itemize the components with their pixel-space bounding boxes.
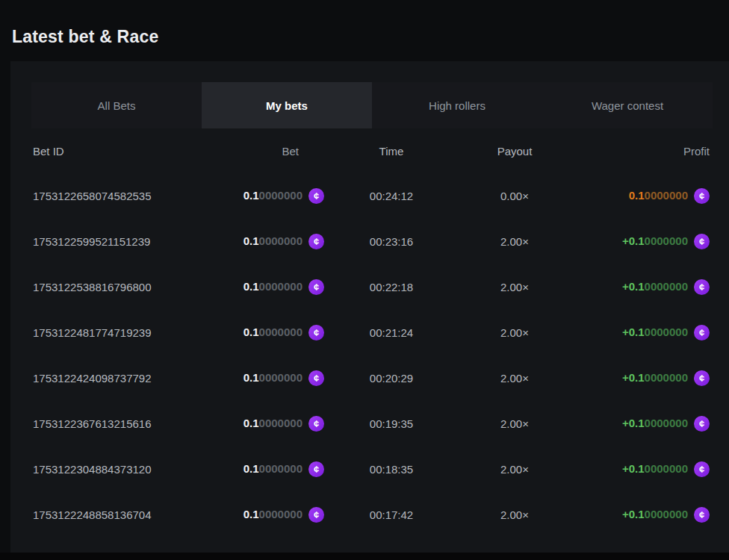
profit-amount: +0.10000000 (622, 508, 688, 520)
bet-id: 1753122367613215616 (33, 417, 205, 430)
profit-cell: +0.10000000¢ (571, 325, 710, 340)
bet-time: 00:23:16 (324, 235, 459, 248)
profit-cell: +0.10000000¢ (571, 507, 710, 523)
coin-icon: ¢ (694, 325, 710, 340)
table-row[interactable]: 1753122367613215616 0.10000000¢ 00:19:35… (10, 401, 729, 447)
bet-cell: 0.10000000¢ (205, 279, 324, 295)
profit-amount: +0.10000000 (622, 371, 688, 384)
bets-tabbar: All Bets My bets High rollers Wager cont… (31, 82, 713, 128)
bet-payout: 2.00× (459, 463, 571, 476)
bet-cell: 0.10000000¢ (205, 507, 324, 523)
coin-icon: ¢ (694, 416, 710, 432)
bet-payout: 2.00× (459, 508, 571, 521)
bet-amount: 0.10000000 (243, 462, 303, 475)
page-title: Latest bet & Race (12, 27, 158, 47)
bet-time: 00:17:42 (324, 508, 459, 521)
coin-icon: ¢ (308, 370, 324, 386)
bet-payout: 2.00× (459, 326, 571, 339)
bottom-edge (0, 553, 729, 560)
profit-cell: 0.10000000¢ (571, 188, 710, 204)
tab-label: Wager contest (592, 99, 663, 112)
bet-amount: 0.10000000 (243, 189, 303, 202)
table-header-row: Bet ID Bet Time Payout Profit (10, 128, 729, 173)
coin-icon: ¢ (308, 507, 324, 523)
coin-icon: ¢ (694, 461, 710, 477)
coin-icon: ¢ (308, 279, 324, 295)
coin-icon: ¢ (694, 507, 710, 523)
coin-icon: ¢ (694, 370, 710, 386)
coin-icon: ¢ (694, 279, 710, 295)
bet-id: 1753122424098737792 (33, 372, 205, 385)
table-row[interactable]: 1753122599521151239 0.10000000¢ 00:23:16… (10, 219, 729, 264)
header-time: Time (324, 145, 459, 158)
bet-id: 1753122658074582535 (33, 190, 205, 202)
profit-cell: +0.10000000¢ (571, 234, 710, 249)
bet-time: 00:20:29 (324, 372, 459, 385)
bet-cell: 0.10000000¢ (205, 461, 324, 477)
profit-amount: +0.10000000 (622, 462, 688, 475)
header-bet: Bet (205, 145, 324, 158)
latest-bets-screen: Latest bet & Race All Bets My bets High … (0, 0, 729, 560)
coin-icon: ¢ (694, 188, 710, 204)
tab-high-rollers[interactable]: High rollers (372, 82, 542, 128)
bet-rows: 1753122658074582535 0.10000000¢ 00:24:12… (10, 173, 729, 560)
bet-cell: 0.10000000¢ (205, 234, 324, 249)
profit-cell: +0.10000000¢ (571, 416, 710, 432)
profit-cell: +0.10000000¢ (571, 461, 710, 477)
bet-amount: 0.10000000 (243, 508, 303, 520)
table-row[interactable]: 1753122538816796800 0.10000000¢ 00:22:18… (10, 264, 729, 310)
coin-icon: ¢ (694, 234, 710, 249)
profit-amount: +0.10000000 (622, 326, 688, 338)
table-row[interactable]: 1753122658074582535 0.10000000¢ 00:24:12… (10, 173, 729, 219)
tab-my-bets[interactable]: My bets (202, 82, 372, 128)
bet-time: 00:24:12 (324, 190, 459, 202)
table-row[interactable]: 1753122304884373120 0.10000000¢ 00:18:35… (10, 447, 729, 492)
header-payout: Payout (459, 145, 571, 158)
header-profit: Profit (571, 145, 710, 158)
bet-amount: 0.10000000 (243, 326, 303, 338)
bet-amount: 0.10000000 (243, 371, 303, 384)
bet-payout: 0.00× (459, 190, 571, 202)
profit-cell: +0.10000000¢ (571, 370, 710, 386)
bet-time: 00:21:24 (324, 326, 459, 339)
bet-cell: 0.10000000¢ (205, 325, 324, 340)
bet-cell: 0.10000000¢ (205, 370, 324, 386)
bet-payout: 2.00× (459, 235, 571, 248)
tab-label: All Bets (98, 99, 136, 112)
profit-amount: +0.10000000 (622, 234, 688, 247)
bet-id: 1753122248858136704 (33, 508, 205, 521)
tab-label: My bets (266, 99, 308, 112)
bet-id: 1753122599521151239 (33, 235, 205, 248)
coin-icon: ¢ (308, 325, 324, 340)
profit-cell: +0.10000000¢ (571, 279, 710, 295)
table-row[interactable]: 1753122481774719239 0.10000000¢ 00:21:24… (10, 310, 729, 355)
bet-id: 1753122481774719239 (33, 326, 205, 339)
coin-icon: ¢ (308, 416, 324, 432)
bet-time: 00:18:35 (324, 463, 459, 476)
bet-payout: 2.00× (459, 372, 571, 385)
profit-amount: 0.10000000 (629, 189, 688, 202)
bet-payout: 2.00× (459, 417, 571, 430)
bets-panel: All Bets My bets High rollers Wager cont… (10, 61, 729, 560)
bet-cell: 0.10000000¢ (205, 188, 324, 204)
bet-cell: 0.10000000¢ (205, 416, 324, 432)
bet-amount: 0.10000000 (243, 280, 303, 293)
bet-amount: 0.10000000 (243, 234, 303, 247)
bet-id: 1753122538816796800 (33, 281, 205, 293)
bet-amount: 0.10000000 (243, 417, 303, 429)
profit-amount: +0.10000000 (622, 280, 688, 293)
coin-icon: ¢ (308, 234, 324, 249)
profit-amount: +0.10000000 (622, 417, 688, 429)
table-row[interactable]: 1753122248858136704 0.10000000¢ 00:17:42… (10, 492, 729, 538)
tab-wager-contest[interactable]: Wager contest (542, 82, 713, 128)
bet-time: 00:19:35 (324, 417, 459, 430)
bet-time: 00:22:18 (324, 281, 459, 293)
bet-id: 1753122304884373120 (33, 463, 205, 476)
table-row[interactable]: 1753122424098737792 0.10000000¢ 00:20:29… (10, 355, 729, 401)
tab-label: High rollers (429, 99, 486, 112)
bet-payout: 2.00× (459, 281, 571, 293)
coin-icon: ¢ (308, 188, 324, 204)
header-bet-id: Bet ID (33, 145, 205, 158)
tab-all-bets[interactable]: All Bets (31, 82, 202, 128)
coin-icon: ¢ (308, 461, 324, 477)
